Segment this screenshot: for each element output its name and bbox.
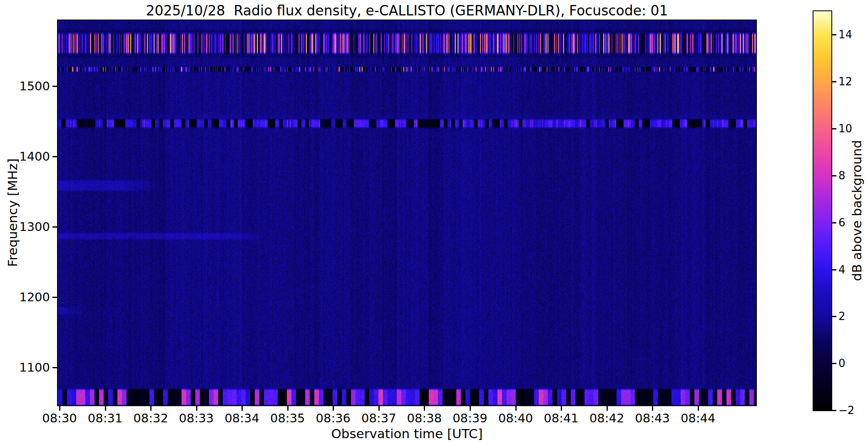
x-tick: [333, 406, 334, 411]
x-tick: [652, 406, 653, 411]
colorbar-tick: [832, 316, 836, 317]
colorbar-tick-label: 6: [838, 216, 846, 230]
colorbar-tick: [832, 175, 836, 176]
colorbar-tick-label: 10: [838, 122, 852, 136]
colorbar-label: dB above background: [849, 140, 864, 281]
colorbar-tick-label: −2: [838, 403, 854, 417]
colorbar-tick: [832, 222, 836, 223]
x-tick: [378, 406, 380, 411]
x-tick: [59, 406, 60, 411]
colorbar-tick-label: 4: [838, 263, 846, 277]
y-tick: [52, 156, 57, 157]
colorbar-tick: [832, 128, 836, 129]
x-tick: [698, 406, 699, 411]
colorbar-tick: [832, 81, 836, 82]
y-tick: [52, 226, 57, 228]
y-tick: [52, 297, 57, 298]
colorbar-gradient: [813, 11, 831, 410]
colorbar-tick-label: 8: [838, 169, 846, 183]
colorbar-tick-label: 12: [838, 74, 852, 89]
x-tick: [287, 406, 289, 411]
y-tick-label: 1400: [0, 149, 50, 164]
y-tick: [52, 86, 57, 87]
x-tick: [424, 406, 425, 411]
colorbar-tick: [832, 269, 836, 270]
x-tick: [150, 406, 152, 411]
colorbar: [813, 10, 832, 411]
plot-area: [57, 20, 757, 406]
figure: 2025/10/28 Radio flux density, e-CALLIST…: [0, 0, 868, 444]
x-tick: [515, 406, 517, 411]
colorbar-tick: [832, 363, 836, 364]
colorbar-tick-label: 14: [838, 27, 852, 42]
x-tick: [607, 406, 608, 411]
x-tick: [196, 406, 197, 411]
colorbar-tick-label: 2: [838, 309, 846, 323]
x-axis-label: Observation time [UTC]: [58, 426, 756, 441]
y-axis-label: Frequency [MHz]: [5, 159, 20, 267]
colorbar-tick-label: 0: [838, 356, 846, 370]
y-tick-label: 1200: [0, 289, 50, 305]
colorbar-tick: [832, 410, 836, 411]
x-tick-label: 08:44: [671, 411, 725, 425]
colorbar-tick: [832, 34, 836, 35]
y-tick: [52, 367, 57, 368]
y-tick-label: 1300: [0, 219, 50, 235]
x-tick: [241, 406, 243, 411]
spectrogram-image: [58, 20, 756, 405]
x-tick: [561, 406, 562, 411]
y-tick-label: 1500: [0, 78, 50, 94]
x-tick: [105, 406, 106, 411]
y-tick-label: 1100: [0, 360, 50, 375]
x-tick: [470, 406, 471, 411]
plot-title: 2025/10/28 Radio flux density, e-CALLIST…: [58, 2, 756, 19]
